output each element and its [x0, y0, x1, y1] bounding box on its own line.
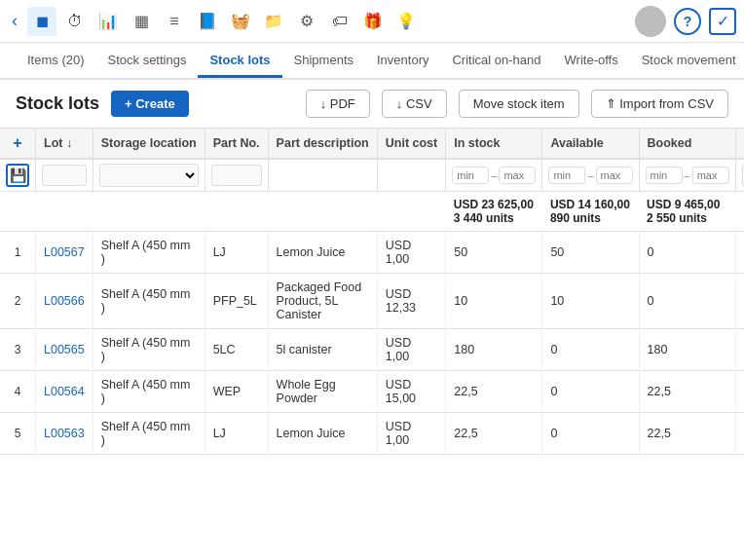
- lot-link[interactable]: L00563: [44, 427, 85, 440]
- tab-stock-settings[interactable]: Stock settings: [96, 45, 199, 78]
- gear-nav-icon[interactable]: ⚙: [292, 7, 321, 36]
- partdesc-column-header[interactable]: Part description: [268, 129, 377, 159]
- lot-link[interactable]: L00567: [44, 245, 85, 259]
- available-cell: 0: [542, 329, 639, 371]
- summary-available-cell: USD 14 160,00 890 units: [542, 192, 639, 232]
- available-max-input[interactable]: [596, 167, 633, 184]
- filter-row: 💾 –: [0, 159, 744, 192]
- add-column-header[interactable]: +: [0, 129, 36, 159]
- storage-cell: Shelf A (450 mm ): [93, 329, 205, 371]
- booked-min-input[interactable]: [646, 167, 683, 184]
- calendar-nav-icon[interactable]: ▦: [127, 7, 156, 36]
- lot-cell: L00563: [36, 413, 93, 455]
- instock-max-input[interactable]: [499, 167, 536, 184]
- instock-column-header[interactable]: In stock: [446, 129, 542, 159]
- summary-partdesc-cell: [268, 192, 377, 232]
- back-button[interactable]: ‹: [8, 9, 21, 33]
- bulb-nav-icon[interactable]: 💡: [391, 7, 421, 36]
- help-button[interactable]: ?: [674, 8, 701, 35]
- instock-min-input[interactable]: [452, 167, 489, 184]
- lot-link[interactable]: L00564: [44, 385, 85, 398]
- tab-shipments[interactable]: Shipments: [282, 45, 365, 78]
- create-button[interactable]: + Create: [111, 91, 189, 117]
- storage-column-header[interactable]: Storage location: [93, 129, 205, 159]
- instock-cell: 22,5: [446, 413, 542, 455]
- chart-nav-icon[interactable]: 📊: [93, 7, 123, 36]
- row-num-cell: 4: [0, 371, 36, 413]
- partdesc-cell: Lemon Juice: [268, 232, 377, 274]
- import-csv-button[interactable]: ⇑ Import from CSV: [591, 90, 728, 118]
- storage-cell: Shelf A (450 mm ): [93, 274, 205, 329]
- summary-unitcost-cell: [377, 192, 445, 232]
- lot-cell: L00566: [36, 274, 93, 329]
- unitcost-cell: USD 1,00: [377, 232, 445, 274]
- partno-column-header[interactable]: Part No.: [205, 129, 268, 159]
- uom-cell: pcs: [735, 274, 744, 329]
- booked-max-input[interactable]: [692, 167, 729, 184]
- stock-lots-table: + Lot ↓ Storage location Part No. Part d…: [0, 129, 744, 455]
- save-filter-cell: 💾: [0, 159, 36, 192]
- row-num-cell: 5: [0, 413, 36, 455]
- booked-column-header[interactable]: Booked: [639, 129, 735, 159]
- basket-nav-icon[interactable]: 🧺: [226, 7, 255, 36]
- page-header: Stock lots + Create ↓ PDF ↓ CSV Move sto…: [0, 80, 744, 129]
- partdesc-cell: Whole Egg Powder: [268, 371, 377, 413]
- available-cell: 10: [542, 274, 639, 329]
- list-nav-icon[interactable]: ≡: [160, 7, 189, 36]
- unitcost-column-header[interactable]: Unit cost: [377, 129, 445, 159]
- summary-instock-cell: USD 23 625,00 3 440 units: [446, 192, 542, 232]
- available-cell: 0: [542, 371, 639, 413]
- move-stock-button[interactable]: Move stock item: [459, 90, 579, 118]
- pdf-button[interactable]: ↓ PDF: [306, 90, 370, 118]
- uom-column-header[interactable]: UoM: [735, 129, 744, 159]
- uom-cell: litre: [735, 232, 744, 274]
- partno-filter-input[interactable]: [211, 165, 262, 186]
- partno-cell: WEP: [205, 371, 268, 413]
- save-filter-icon[interactable]: 💾: [6, 164, 29, 187]
- lot-filter-input[interactable]: [42, 165, 87, 186]
- instock-cell: 22,5: [446, 371, 542, 413]
- tab-inventory[interactable]: Inventory: [365, 45, 440, 78]
- available-cell: 50: [542, 232, 639, 274]
- lot-link[interactable]: L00566: [44, 294, 85, 308]
- instock-cell: 180: [446, 329, 542, 371]
- tab-stock-lots[interactable]: Stock lots: [198, 45, 281, 78]
- summary-uom-cell: [735, 192, 744, 232]
- booked-cell: 22,5: [639, 371, 735, 413]
- partno-cell: 5LC: [205, 329, 268, 371]
- check-button[interactable]: ✓: [709, 8, 736, 35]
- tab-write-offs[interactable]: Write-offs: [553, 45, 630, 78]
- instock-cell: 50: [446, 232, 542, 274]
- lot-link[interactable]: L00565: [44, 343, 85, 356]
- available-column-header[interactable]: Available: [542, 129, 639, 159]
- partno-filter-cell: [205, 159, 268, 192]
- storage-filter-select[interactable]: [99, 164, 199, 187]
- uom-cell: kg: [735, 371, 744, 413]
- book-nav-icon[interactable]: 📘: [193, 7, 222, 36]
- lot-filter-cell: [36, 159, 93, 192]
- instock-range-dash: –: [491, 169, 497, 181]
- row-num-cell: 3: [0, 329, 36, 371]
- row-num-cell: 1: [0, 232, 36, 274]
- csv-button[interactable]: ↓ CSV: [382, 90, 447, 118]
- available-min-input[interactable]: [548, 167, 585, 184]
- unitcost-filter-cell: [377, 159, 445, 192]
- box-nav-icon[interactable]: ◼: [27, 7, 56, 36]
- top-navigation: ‹ ◼ ⏱ 📊 ▦ ≡ 📘 🧺 📁 ⚙ 🏷 🎁 💡 ? ✓: [0, 0, 744, 43]
- tab-critical-on-hand[interactable]: Critical on-hand: [440, 45, 552, 78]
- table-row: 4 L00564 Shelf A (450 mm ) WEP Whole Egg…: [0, 371, 744, 413]
- tab-stock-movement[interactable]: Stock movement: [630, 45, 744, 78]
- tab-items[interactable]: Items (20): [16, 45, 96, 78]
- table-row: 1 L00567 Shelf A (450 mm ) LJ Lemon Juic…: [0, 232, 744, 274]
- tag-nav-icon[interactable]: 🏷: [325, 7, 354, 36]
- lot-cell: L00565: [36, 329, 93, 371]
- clock-nav-icon[interactable]: ⏱: [60, 7, 90, 36]
- instock-filter-cell: –: [446, 159, 542, 192]
- folder-nav-icon[interactable]: 📁: [259, 7, 288, 36]
- booked-cell: 0: [639, 232, 735, 274]
- gift-nav-icon[interactable]: 🎁: [358, 7, 388, 36]
- summary-num-cell: [0, 192, 36, 232]
- table-container: + Lot ↓ Storage location Part No. Part d…: [0, 129, 744, 555]
- table-row: 3 L00565 Shelf A (450 mm ) 5LC 5l canist…: [0, 329, 744, 371]
- lot-column-header[interactable]: Lot ↓: [36, 129, 93, 159]
